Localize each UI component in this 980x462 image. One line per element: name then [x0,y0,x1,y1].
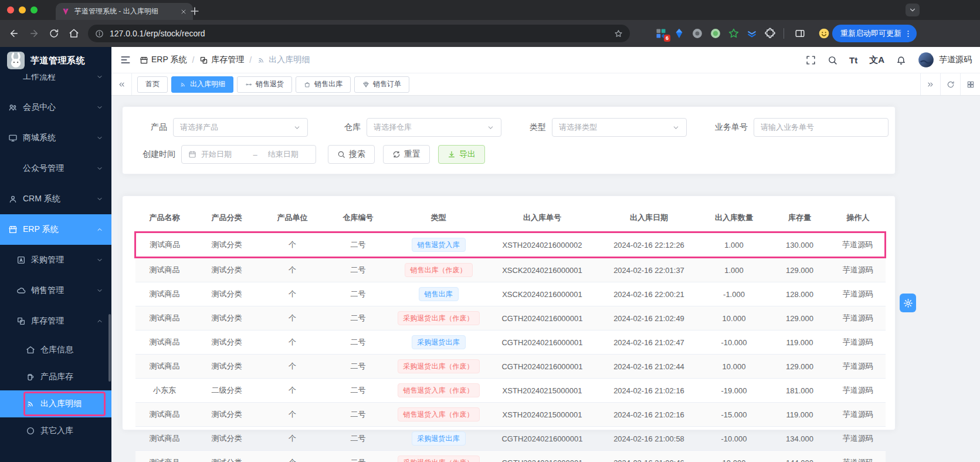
table-row[interactable]: 测试商品测试分类个二号销售退货入库XSTH202402160000022024-… [135,232,886,258]
extension-puzzle-icon[interactable] [764,28,776,39]
sidebar-item-purchase-mgmt[interactable]: 采购管理 [0,245,111,275]
cell-product: 小东东 [135,379,194,403]
search-button[interactable]: 搜索 [328,145,375,164]
window-minimize-button[interactable] [19,6,26,14]
extension-star-icon[interactable] [728,28,740,39]
table-row[interactable]: 测试商品测试分类个二号采购退货出库（作废）CGTH202402160000012… [135,355,886,379]
locale-button[interactable]: 文A [869,55,884,66]
sidebar-item-sale-mgmt[interactable]: 销售管理 [0,275,111,306]
extension-pin-icon[interactable] [673,28,685,39]
home-button[interactable] [66,25,82,42]
biz-no-input[interactable]: 请输入业务单号 [754,118,889,137]
collapse-menu-icon[interactable] [120,54,131,66]
cell-category: 测试分类 [194,258,260,282]
tabs-scroll-right-button[interactable] [920,73,940,95]
sidebar-item-stock-mgmt[interactable]: 库存管理 [0,306,111,336]
reset-button[interactable]: 重置 [383,145,430,164]
refresh-page-button[interactable] [940,73,960,95]
sidepanel-icon [795,28,805,39]
browser-tab[interactable]: 芋道管理系统 - 出入库明细 [56,3,193,20]
search-icon [828,55,837,65]
search-button[interactable] [828,55,837,65]
sidebar-item-label: 出入库明细 [40,399,82,409]
sidebar-item-official-account[interactable]: 公众号管理 [0,153,111,184]
column-header: 产品单位 [260,203,325,232]
sidebar-item-mall-system[interactable]: 商城系统 [0,123,111,153]
address-bar[interactable]: 127.0.0.1/erp/stock/record [88,25,630,42]
tab-close-icon[interactable] [180,8,187,15]
table-row[interactable]: 小东东二级分类个二号销售退货入库（作废）XSTH2024021500000120… [135,379,886,403]
table-row[interactable]: 测试商品测试分类个二号采购退货出库CGTH202402160000012024-… [135,427,886,451]
tabs-scroll-left-button[interactable] [111,73,132,95]
layout-grid-button[interactable] [960,73,980,95]
cell-operator: 芋道源码 [831,232,886,258]
sidebar-item-product-stock[interactable]: 产品库存 [0,363,111,390]
sidebar-item-crm-system[interactable]: CRM 系统 [0,184,111,214]
extension-chevrons-icon[interactable] [746,28,758,39]
cell-date: 2024-02-16 21:00:58 [599,427,700,451]
breadcrumb-item-stock-mgmt[interactable]: 库存管理 [199,55,244,65]
tab-home[interactable]: 首页 [137,76,168,93]
column-header: 类型 [391,203,486,232]
date-range-input[interactable]: 开始日期 – 结束日期 [181,145,316,164]
tab-sale-order[interactable]: 销售订单 [354,76,409,93]
relaunch-update-button[interactable]: 重新启动即可更新 [832,25,917,42]
cell-product: 测试商品 [135,331,194,355]
sidebar-item-warehouse-info[interactable]: 仓库信息 [0,336,111,363]
extension-orb-icon[interactable] [691,28,703,39]
warehouse-icon [26,345,35,355]
window-close-button[interactable] [7,6,14,14]
breadcrumb-item-erp-system[interactable]: ERP 系统 [140,55,186,65]
breadcrumb-item-stock-record[interactable]: 出入库明细 [257,55,310,65]
profile-avatar[interactable] [818,28,830,39]
type-select[interactable]: 请选择类型 [552,118,687,137]
cell-no: CGTH20240216000001 [486,451,599,462]
table-row[interactable]: 测试商品测试分类个二号采购退货出库（作废）CGTH202402160000012… [135,451,886,462]
placeholder-text: 请输入业务单号 [761,122,881,133]
font-size-button[interactable]: Tt [849,55,857,65]
table-row[interactable]: 测试商品测试分类个二号销售出库（作废）XSCK20240216000001202… [135,258,886,282]
sidebar-item-member-center[interactable]: 会员中心 [0,92,111,123]
window-zoom-button[interactable] [30,6,38,14]
browser-menu-icon[interactable] [904,29,913,38]
cell-unit: 个 [260,232,325,258]
product-select[interactable]: 请选择产品 [173,118,308,137]
reload-button[interactable] [46,25,62,42]
filter-label: 业务单号 [707,122,748,133]
fullscreen-button[interactable] [806,55,816,65]
new-tab-button[interactable] [189,5,201,17]
extension-green-icon[interactable] [710,28,721,39]
filter-create-time: 创建时间 开始日期 – 结束日期 [134,145,316,164]
site-info-icon[interactable] [95,29,104,38]
table-row[interactable]: 测试商品测试分类个二号销售退货入库（作废）XSTH202402150000012… [135,403,886,427]
back-button[interactable] [6,25,22,42]
theme-settings-button[interactable] [900,294,916,312]
tab-sale-return[interactable]: 销售退货 [237,76,292,93]
app-logo[interactable]: 芋道管理系统 [0,47,111,74]
cell-qty: 1.000 [700,258,769,282]
export-button[interactable]: 导出 [438,145,485,164]
sidebar-item-erp-system[interactable]: ERP 系统 [0,214,111,245]
user-menu[interactable]: 芋道源码 [918,52,972,68]
forward-button[interactable] [26,25,42,42]
cell-type: 销售退货入库（作废） [391,403,486,427]
sidebar-item-stock-record[interactable]: 出入库明细 [0,390,111,417]
sidebar-scrollbar[interactable] [108,314,111,382]
warehouse-select[interactable]: 请选择仓库 [367,118,501,137]
cell-no: CGTH20240216000001 [486,355,599,379]
cell-product: 测试商品 [135,403,194,427]
cell-qty: 10.000 [700,306,769,331]
cell-date: 2024-02-16 22:01:37 [599,258,700,282]
tab-search-button[interactable] [906,4,920,16]
extension-blocks-icon[interactable]: 6 [655,28,667,39]
type-badge: 采购退货出库 [412,431,466,446]
side-panel-button[interactable] [792,25,808,42]
table-row[interactable]: 测试商品测试分类个二号销售出库XSCK202402160000012024-02… [135,282,886,306]
table-row[interactable]: 测试商品测试分类个二号采购退货出库CGTH202402160000012024-… [135,331,886,355]
bookmark-star-icon[interactable] [614,29,623,38]
tab-sale-out[interactable]: 销售出库 [296,76,351,93]
table-row[interactable]: 测试商品测试分类个二号采购退货出库（作废）CGTH202402160000012… [135,306,886,331]
tab-stock-record[interactable]: 出入库明细 [171,76,233,93]
notifications-button[interactable] [896,55,906,65]
sidebar-item-other-in[interactable]: 其它入库 [0,417,111,444]
